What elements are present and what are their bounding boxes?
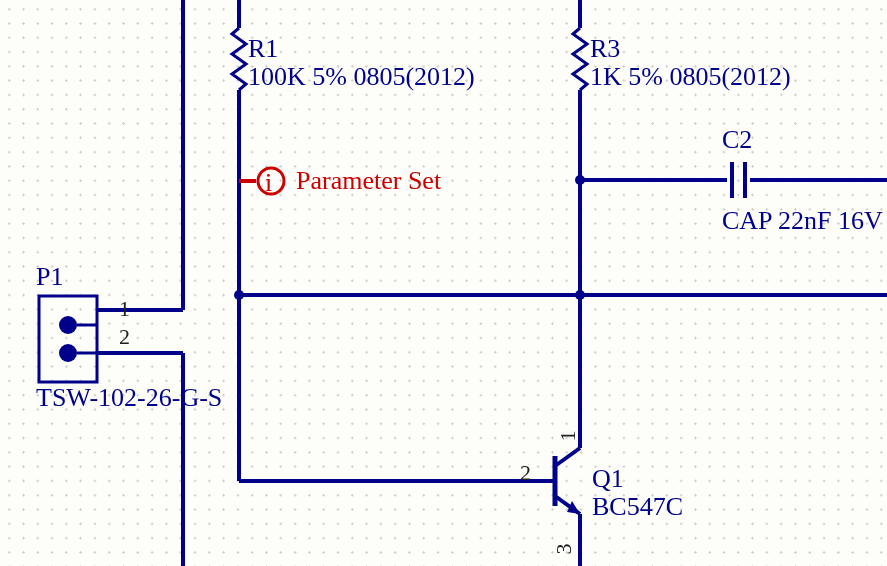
r1-value[interactable]: 100K 5% 0805(2012) [248,64,475,90]
r3-value[interactable]: 1K 5% 0805(2012) [590,64,791,90]
p1-value[interactable]: TSW-102-26-G-S [36,385,222,411]
svg-point-17 [575,290,585,300]
paramset-label[interactable]: Parameter Set [296,168,441,194]
q1-designator[interactable]: Q1 [592,466,624,492]
resistor-r3[interactable] [573,28,587,90]
svg-point-22 [59,344,77,362]
svg-point-15 [234,290,244,300]
svg-point-16 [575,175,585,185]
r1-designator[interactable]: R1 [248,36,278,62]
capacitor-c2[interactable] [732,162,745,198]
connector-p1[interactable] [39,296,97,382]
resistor-r1[interactable] [232,28,246,90]
q1-pin2-num: 2 [520,462,531,484]
svg-rect-20 [39,296,97,382]
p1-designator[interactable]: P1 [36,264,63,290]
transistor-q1[interactable] [538,440,580,522]
q1-value[interactable]: BC547C [592,494,683,520]
p1-pin1-num: 1 [119,298,130,320]
p1-pin2-num: 2 [119,326,130,348]
svg-point-21 [59,316,77,334]
c2-designator[interactable]: C2 [722,127,752,153]
c2-value[interactable]: CAP 22nF 16V [722,208,883,234]
q1-pin1-num: 1 [557,431,579,442]
r3-designator[interactable]: R3 [590,36,620,62]
paramset-i: i [265,170,272,196]
svg-line-28 [555,448,580,466]
q1-pin3-num: 3 [553,544,575,555]
